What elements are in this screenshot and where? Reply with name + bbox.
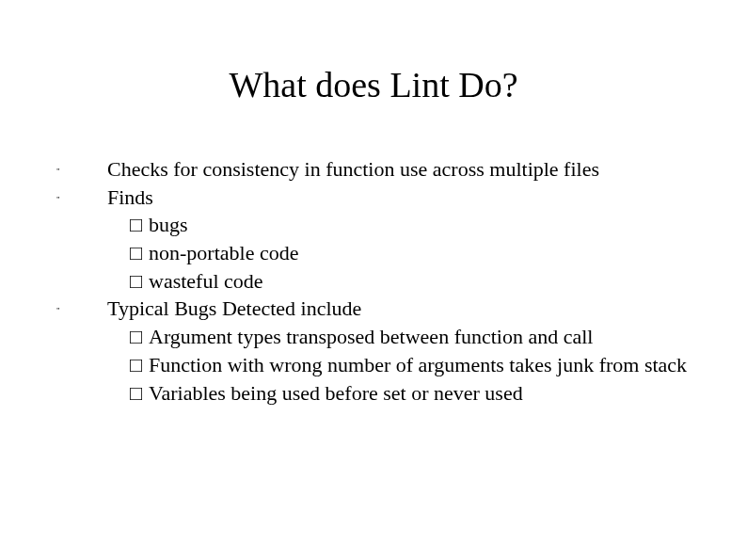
sublist-item: □ bugs <box>107 211 694 239</box>
sublist-item-text: Variables being used before set or never… <box>149 379 694 408</box>
sublist-item-text: Argument types transposed between functi… <box>149 323 694 351</box>
list-item: " Typical Bugs Detected include <box>107 295 694 323</box>
bullet-mark-icon: " <box>56 184 66 205</box>
sublist-item-text: Function with wrong number of arguments … <box>149 351 694 379</box>
box-icon: □ <box>130 351 149 379</box>
box-icon: □ <box>130 267 149 296</box>
box-icon: □ <box>130 379 149 408</box>
list-item-text: Checks for consistency in function use a… <box>107 155 694 184</box>
sublist-item-text: non-portable code <box>149 239 694 267</box>
slide-content: " Checks for consistency in function use… <box>107 155 694 407</box>
list-item: " Checks for consistency in function use… <box>107 155 694 184</box>
sublist-item: □ Function with wrong number of argument… <box>107 351 694 379</box>
sublist-item-text: wasteful code <box>149 267 694 296</box>
sublist-item: □ non-portable code <box>107 239 694 267</box>
list-item-text: Finds <box>107 184 694 212</box>
list-item: " Finds <box>107 184 694 212</box>
box-icon: □ <box>130 323 149 351</box>
sublist-item: □ Argument types transposed between func… <box>107 323 694 351</box>
sublist-item: □ Variables being used before set or nev… <box>107 379 694 408</box>
bullet-mark-icon: " <box>56 155 66 177</box>
list-item-text: Typical Bugs Detected include <box>107 295 694 323</box>
box-icon: □ <box>130 239 149 267</box>
slide: What does Lint Do? " Checks for consiste… <box>0 0 747 560</box>
bullet-mark-icon: " <box>56 295 66 316</box>
slide-title: What does Lint Do? <box>0 0 747 105</box>
box-icon: □ <box>130 211 149 239</box>
sublist-item-text: bugs <box>149 211 694 239</box>
sublist-item: □ wasteful code <box>107 267 694 296</box>
